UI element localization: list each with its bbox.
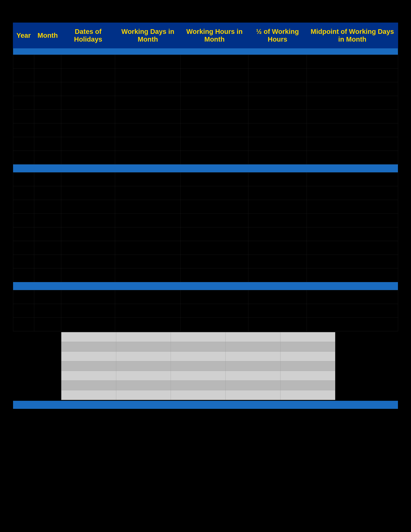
cell-half-hours bbox=[248, 109, 307, 123]
table-row bbox=[13, 109, 398, 123]
sub-cell bbox=[171, 332, 226, 342]
header-month: Month bbox=[34, 23, 61, 48]
cell-half-hours bbox=[248, 317, 307, 331]
empty-left-cell bbox=[13, 331, 61, 401]
main-table: Year Month Dates of Holidays Working Day… bbox=[13, 23, 398, 409]
cell-half-hours bbox=[248, 304, 307, 317]
cell-half-hours bbox=[248, 123, 307, 137]
cell-working-hours bbox=[180, 213, 248, 227]
cell-dates bbox=[61, 317, 115, 331]
cell-midpoint bbox=[307, 213, 398, 227]
sub-cell bbox=[280, 390, 335, 400]
cell-dates bbox=[61, 304, 115, 317]
cell-working-days bbox=[115, 123, 181, 137]
cell-month bbox=[34, 200, 61, 213]
cell-year bbox=[13, 96, 34, 109]
cell-midpoint bbox=[307, 55, 398, 68]
sub-table-row bbox=[61, 352, 335, 361]
cell-working-hours bbox=[180, 186, 248, 200]
cell-working-days bbox=[115, 241, 181, 255]
cell-midpoint bbox=[307, 268, 398, 282]
cell-working-hours bbox=[180, 268, 248, 282]
cell-working-days bbox=[115, 151, 181, 164]
cell-year bbox=[13, 55, 34, 68]
cell-working-days bbox=[115, 213, 181, 227]
sub-cell bbox=[226, 332, 280, 342]
sub-cell bbox=[171, 390, 226, 400]
cell-month bbox=[34, 123, 61, 137]
cell-year bbox=[13, 172, 34, 186]
table-row bbox=[13, 200, 398, 213]
cell-midpoint bbox=[307, 137, 398, 151]
table-row bbox=[13, 213, 398, 227]
table-row bbox=[13, 55, 398, 68]
cell-half-hours bbox=[248, 172, 307, 186]
cell-dates bbox=[61, 227, 115, 241]
sub-cell bbox=[226, 390, 280, 400]
cell-working-days bbox=[115, 82, 181, 96]
cell-dates bbox=[61, 172, 115, 186]
cell-month bbox=[34, 68, 61, 82]
cell-half-hours bbox=[248, 268, 307, 282]
header-working-hours: Working Hours in Month bbox=[180, 23, 248, 48]
cell-dates bbox=[61, 151, 115, 164]
section-bar-bottom bbox=[13, 401, 398, 409]
cell-working-hours bbox=[180, 68, 248, 82]
table-row bbox=[13, 290, 398, 304]
cell-midpoint bbox=[307, 96, 398, 109]
cell-year bbox=[13, 200, 34, 213]
sub-table-row bbox=[13, 331, 398, 401]
sub-cell bbox=[226, 371, 280, 380]
cell-month bbox=[34, 241, 61, 255]
cell-dates bbox=[61, 241, 115, 255]
cell-midpoint bbox=[307, 241, 398, 255]
table-row bbox=[13, 241, 398, 255]
table-row bbox=[13, 255, 398, 268]
cell-half-hours bbox=[248, 241, 307, 255]
cell-working-days bbox=[115, 55, 181, 68]
sub-cell bbox=[226, 352, 280, 361]
cell-dates bbox=[61, 200, 115, 213]
cell-working-days bbox=[115, 186, 181, 200]
cell-year bbox=[13, 186, 34, 200]
cell-half-hours bbox=[248, 200, 307, 213]
cell-dates bbox=[61, 123, 115, 137]
section-bar-1 bbox=[13, 48, 398, 55]
cell-half-hours bbox=[248, 82, 307, 96]
cell-year bbox=[13, 109, 34, 123]
cell-month bbox=[34, 151, 61, 164]
cell-midpoint bbox=[307, 290, 398, 304]
cell-year bbox=[13, 317, 34, 331]
cell-year bbox=[13, 255, 34, 268]
sub-table bbox=[61, 332, 335, 400]
cell-midpoint bbox=[307, 304, 398, 317]
cell-dates bbox=[61, 109, 115, 123]
cell-dates bbox=[61, 137, 115, 151]
cell-year bbox=[13, 290, 34, 304]
table-row bbox=[13, 317, 398, 331]
cell-year bbox=[13, 241, 34, 255]
sub-cell bbox=[61, 332, 116, 342]
header-half-hours: ½ of Working Hours bbox=[248, 23, 307, 48]
cell-year bbox=[13, 82, 34, 96]
sub-cell bbox=[116, 342, 171, 352]
cell-year bbox=[13, 304, 34, 317]
cell-year bbox=[13, 268, 34, 282]
sub-cell bbox=[280, 342, 335, 352]
table-row bbox=[13, 304, 398, 317]
header-midpoint: Midpoint of Working Days in Month bbox=[307, 23, 398, 48]
sub-cell bbox=[116, 390, 171, 400]
cell-year bbox=[13, 68, 34, 82]
cell-month bbox=[34, 227, 61, 241]
cell-month bbox=[34, 255, 61, 268]
sub-table-row bbox=[61, 390, 335, 400]
sub-table-row bbox=[61, 361, 335, 371]
cell-month bbox=[34, 213, 61, 227]
cell-half-hours bbox=[248, 186, 307, 200]
cell-year bbox=[13, 123, 34, 137]
cell-year bbox=[13, 137, 34, 151]
cell-working-days bbox=[115, 109, 181, 123]
sub-cell bbox=[61, 352, 116, 361]
page-container: Year Month Dates of Holidays Working Day… bbox=[0, 0, 411, 532]
sub-cell bbox=[61, 380, 116, 390]
